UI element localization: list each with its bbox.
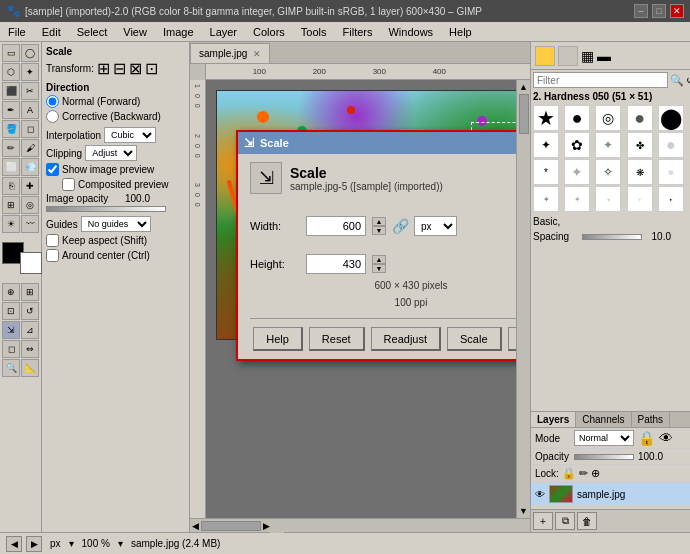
unit-select[interactable]: px mm in %: [414, 216, 457, 236]
interpolation-select[interactable]: Cubic None Linear Sinc: [104, 127, 156, 143]
brush-item[interactable]: ✦: [595, 132, 621, 158]
brush-item[interactable]: ✦: [627, 186, 653, 212]
around-center-checkbox[interactable]: [46, 249, 59, 262]
layer-opacity-slider[interactable]: [574, 454, 634, 460]
spacing-slider[interactable]: [582, 234, 642, 240]
tool-pencil[interactable]: ✏: [2, 139, 20, 157]
duplicate-layer-button[interactable]: ⧉: [555, 512, 575, 530]
tool-perspective[interactable]: ◻: [2, 340, 20, 358]
nav-next-button[interactable]: ▶: [26, 536, 42, 552]
menu-edit[interactable]: Edit: [34, 22, 69, 41]
scroll-right-arrow[interactable]: ▶: [263, 521, 270, 531]
tool-smudge[interactable]: 〰: [21, 215, 39, 233]
brush-item[interactable]: ⬤: [658, 105, 684, 131]
brush-item[interactable]: ●: [564, 105, 590, 131]
tool-scissors[interactable]: ✂: [21, 82, 39, 100]
height-input[interactable]: [306, 254, 366, 274]
scroll-thumb-h[interactable]: [201, 521, 261, 531]
tool-scale[interactable]: ⇲: [2, 321, 20, 339]
brush-item[interactable]: ❋: [627, 159, 653, 185]
readjust-button[interactable]: Readjust: [371, 327, 441, 351]
composited-preview-checkbox[interactable]: [62, 178, 75, 191]
tool-heal[interactable]: ✚: [21, 177, 39, 195]
brush-item[interactable]: ✦: [533, 186, 559, 212]
brush-item[interactable]: ✧: [595, 159, 621, 185]
show-preview-checkbox[interactable]: [46, 163, 59, 176]
layer-row[interactable]: 👁 sample.jpg: [531, 483, 690, 505]
tool-rect-select[interactable]: ▭: [2, 44, 20, 62]
menu-windows[interactable]: Windows: [380, 22, 441, 41]
canvas-viewport[interactable]: ARTS ⇲ Scale ✕: [206, 80, 516, 518]
keep-aspect-checkbox[interactable]: [46, 234, 59, 247]
tool-shear[interactable]: ⊿: [21, 321, 39, 339]
scroll-up-arrow[interactable]: ▲: [519, 82, 528, 92]
delete-layer-button[interactable]: 🗑: [577, 512, 597, 530]
new-layer-button[interactable]: +: [533, 512, 553, 530]
layer-eye-icon[interactable]: 👁: [659, 430, 673, 446]
reset-button[interactable]: Reset: [309, 327, 365, 351]
tab-close-icon[interactable]: ✕: [253, 49, 261, 59]
maximize-button[interactable]: □: [652, 4, 666, 18]
brush-item[interactable]: ◎: [595, 105, 621, 131]
menu-select[interactable]: Select: [69, 22, 116, 41]
scroll-left-arrow[interactable]: ◀: [192, 521, 199, 531]
clipping-select[interactable]: Adjust Clip: [85, 145, 137, 161]
tool-rotate[interactable]: ↺: [21, 302, 39, 320]
tool-fuzzy-select[interactable]: ✦: [21, 63, 39, 81]
direction-corrective-radio[interactable]: [46, 110, 59, 123]
opacity-slider[interactable]: [46, 206, 166, 212]
brush-item[interactable]: ★: [533, 105, 559, 131]
lock-move-icon[interactable]: ⊕: [591, 467, 600, 480]
brush-item[interactable]: ●: [627, 105, 653, 131]
color-swatch-1[interactable]: [535, 46, 555, 66]
help-button[interactable]: Help: [253, 327, 303, 351]
brush-item[interactable]: ●: [658, 159, 684, 185]
tool-measure[interactable]: 📐: [21, 359, 39, 377]
pattern-icon[interactable]: ▦: [581, 48, 594, 64]
tool-airbrush[interactable]: 💨: [21, 158, 39, 176]
width-up-arrow[interactable]: ▲: [372, 217, 386, 226]
tool-blend[interactable]: ◻: [21, 120, 39, 138]
tool-perspective-clone[interactable]: ⊞: [2, 196, 20, 214]
tab-channels[interactable]: Channels: [576, 412, 631, 427]
brush-item[interactable]: ✦: [564, 186, 590, 212]
scroll-thumb-v[interactable]: [519, 94, 529, 134]
lock-paint-icon[interactable]: ✏: [579, 467, 588, 480]
tool-align[interactable]: ⊞: [21, 283, 39, 301]
tool-bucket-fill[interactable]: 🪣: [2, 120, 20, 138]
layer-lock-icon[interactable]: 🔒: [638, 430, 655, 446]
tab-layers[interactable]: Layers: [531, 412, 576, 427]
tab-paths[interactable]: Paths: [632, 412, 671, 427]
tool-move[interactable]: ⊕: [2, 283, 20, 301]
close-button[interactable]: ✕: [670, 4, 684, 18]
minimize-button[interactable]: –: [634, 4, 648, 18]
menu-file[interactable]: File: [0, 22, 34, 41]
brush-item[interactable]: ●: [658, 132, 684, 158]
cancel-button[interactable]: Cancel: [508, 327, 516, 351]
tool-blur[interactable]: ◎: [21, 196, 39, 214]
width-down-arrow[interactable]: ▼: [372, 226, 386, 235]
lock-alpha-icon[interactable]: 🔒: [562, 467, 576, 480]
brush-item[interactable]: ✦: [564, 159, 590, 185]
tool-text[interactable]: A: [21, 101, 39, 119]
tool-ellipse-select[interactable]: ◯: [21, 44, 39, 62]
tool-by-color[interactable]: ⬛: [2, 82, 20, 100]
layer-visibility-eye[interactable]: 👁: [535, 489, 545, 500]
color-swatch-2[interactable]: [558, 46, 578, 66]
menu-colors[interactable]: Colors: [245, 22, 293, 41]
background-color[interactable]: [20, 252, 42, 274]
scrollbar-vertical[interactable]: ▲ ▼: [516, 80, 530, 518]
brush-item[interactable]: ●: [658, 186, 684, 212]
gradient-icon[interactable]: ▬: [597, 48, 611, 64]
tool-clone[interactable]: ⎘: [2, 177, 20, 195]
nav-prev-button[interactable]: ◀: [6, 536, 22, 552]
width-input[interactable]: [306, 216, 366, 236]
menu-layer[interactable]: Layer: [202, 22, 246, 41]
menu-view[interactable]: View: [115, 22, 155, 41]
menu-tools[interactable]: Tools: [293, 22, 335, 41]
scale-dialog[interactable]: ⇲ Scale ✕ ⇲ Scale sample.jpg-5 ([sample]…: [236, 130, 516, 361]
brush-refresh-icon[interactable]: ↺: [686, 74, 690, 87]
tool-zoom[interactable]: 🔍: [2, 359, 20, 377]
brush-filter-input[interactable]: [533, 72, 668, 88]
mode-select[interactable]: Normal Multiply Screen: [574, 430, 634, 446]
